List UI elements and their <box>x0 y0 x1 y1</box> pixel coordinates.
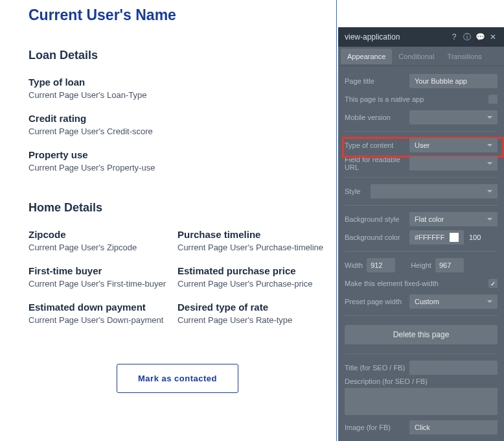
row-preset-width: Preset page width Custom <box>345 293 498 310</box>
prop-label: Description (for SEO / FB) <box>345 377 498 385</box>
width-input[interactable] <box>367 258 395 272</box>
field-label: Estimated down payment <box>29 302 178 313</box>
seo-title-input[interactable] <box>409 361 498 375</box>
field-credit-rating: Credit rating Current Page User's Credit… <box>29 113 326 136</box>
seo-image-input[interactable]: Click <box>409 420 498 435</box>
row-dimensions: Width Height <box>345 257 498 274</box>
height-label: Height <box>411 261 431 269</box>
prop-label: Page title <box>345 77 409 85</box>
prop-label: Background color <box>345 233 409 241</box>
row-bg-style: Background style Flat color <box>345 211 498 228</box>
help-icon[interactable]: ? <box>450 32 459 42</box>
property-panel: view-application ? ⓘ 💬 ✕ Appearance Cond… <box>338 27 504 441</box>
field-value: Current Page User's Rate-type <box>178 315 326 325</box>
tab-appearance[interactable]: Appearance <box>341 49 392 64</box>
page-title: Current User's Name <box>29 6 326 24</box>
info-icon[interactable]: ⓘ <box>463 32 472 42</box>
section-home: Home Details <box>29 201 326 215</box>
field-label: Purchase timeline <box>178 229 326 240</box>
field-label: Credit rating <box>29 113 326 124</box>
field-timeline: Purchase timeline Current Page User's Pu… <box>178 229 326 252</box>
prop-label: This page is a native app <box>345 95 488 103</box>
field-loan-type: Type of loan Current Page User's Loan-Ty… <box>29 77 326 100</box>
field-label: Property use <box>29 149 326 160</box>
field-label: Estimated purchase price <box>178 265 326 276</box>
mobile-version-select[interactable] <box>409 110 498 125</box>
field-value: Current Page User's Zipcode <box>29 243 178 252</box>
native-app-checkbox[interactable] <box>488 95 498 104</box>
field-value: Current Page User's Purchase-price <box>178 279 326 289</box>
bg-style-select[interactable]: Flat color <box>409 212 498 226</box>
row-seo-image: Image (for FB) Click <box>345 419 498 436</box>
field-rate-type: Desired type of rate Current Page User's… <box>178 302 326 325</box>
type-of-content-select[interactable]: User <box>409 138 498 152</box>
width-label: Width <box>345 261 363 269</box>
row-seo-desc: Description (for SEO / FB) <box>345 377 498 415</box>
page-title-input[interactable]: Your Bubble app <box>409 74 498 88</box>
bg-opacity[interactable]: 100 <box>469 233 481 241</box>
delete-page-button[interactable]: Delete this page <box>345 325 498 344</box>
prop-label: Field for readable URL <box>345 156 409 171</box>
row-seo-title: Title (for SEO / FB) <box>345 359 498 376</box>
panel-header[interactable]: view-application ? ⓘ 💬 ✕ <box>338 27 504 47</box>
prop-label: Mobile version <box>345 113 409 121</box>
tab-conditional[interactable]: Conditional <box>392 49 441 64</box>
row-fixed-width: Make this element fixed-width ✓ <box>345 275 498 292</box>
comment-icon[interactable]: 💬 <box>475 32 485 42</box>
field-label: First-time buyer <box>29 265 178 276</box>
field-value: Current Page User's Purchase-timeline <box>178 243 326 252</box>
field-value: Current Page User's Property-use <box>29 163 326 173</box>
bg-color-input[interactable]: #FFFFFF <box>409 230 464 244</box>
prop-label: Image (for FB) <box>345 423 409 431</box>
page-canvas: Current User's Name Loan Details Type of… <box>29 6 326 393</box>
preset-width-select[interactable]: Custom <box>409 294 498 309</box>
tab-transitions[interactable]: Transitions <box>441 49 488 64</box>
panel-body: Page title Your Bubble app This page is … <box>338 66 504 440</box>
row-style: Style <box>345 183 498 200</box>
field-zipcode: Zipcode Current Page User's Zipcode <box>29 229 178 252</box>
home-details-grid: Zipcode Current Page User's Zipcode Firs… <box>29 229 326 338</box>
prop-label: Style <box>345 187 371 195</box>
prop-label: Make this element fixed-width <box>345 280 488 287</box>
field-property-use: Property use Current Page User's Propert… <box>29 149 326 173</box>
field-label: Desired type of rate <box>178 302 326 313</box>
field-value: Current Page User's Down-payment <box>29 315 178 325</box>
style-select[interactable] <box>371 184 498 198</box>
readable-url-select[interactable] <box>409 156 498 171</box>
field-label: Type of loan <box>29 77 326 88</box>
prop-label: Background style <box>345 215 409 223</box>
mark-contacted-button[interactable]: Mark as contacted <box>117 364 238 393</box>
field-label: Zipcode <box>29 229 178 240</box>
row-type-of-content: Type of content User <box>345 137 498 154</box>
panel-title: view-application <box>345 32 400 42</box>
field-price: Estimated purchase price Current Page Us… <box>178 265 326 289</box>
prop-label: Type of content <box>345 141 409 149</box>
fixed-width-checkbox[interactable]: ✓ <box>488 279 498 288</box>
prop-label: Preset page width <box>345 298 409 305</box>
row-page-title: Page title Your Bubble app <box>345 73 498 89</box>
field-first-time: First-time buyer Current Page User's Fir… <box>29 265 178 289</box>
seo-desc-textarea[interactable] <box>345 388 498 415</box>
canvas-edge <box>336 0 337 441</box>
row-mobile-version: Mobile version <box>345 109 498 126</box>
height-input[interactable] <box>435 258 464 272</box>
bg-color-value: #FFFFFF <box>415 233 444 241</box>
row-native-app: This page is a native app <box>345 91 498 108</box>
prop-label: Title (for SEO / FB) <box>345 364 409 372</box>
panel-tabs: Appearance Conditional Transitions <box>338 47 504 66</box>
field-down-payment: Estimated down payment Current Page User… <box>29 302 178 325</box>
section-loan: Loan Details <box>29 49 326 62</box>
row-bg-color: Background color #FFFFFF 100 <box>345 229 498 246</box>
field-value: Current Page User's Loan-Type <box>29 90 326 100</box>
row-readable-url: Field for readable URL <box>345 155 498 172</box>
close-icon[interactable]: ✕ <box>488 32 498 42</box>
color-swatch[interactable] <box>450 233 459 242</box>
field-value: Current Page User's First-time-buyer <box>29 279 178 289</box>
field-value: Current Page User's Credit-score <box>29 126 326 136</box>
